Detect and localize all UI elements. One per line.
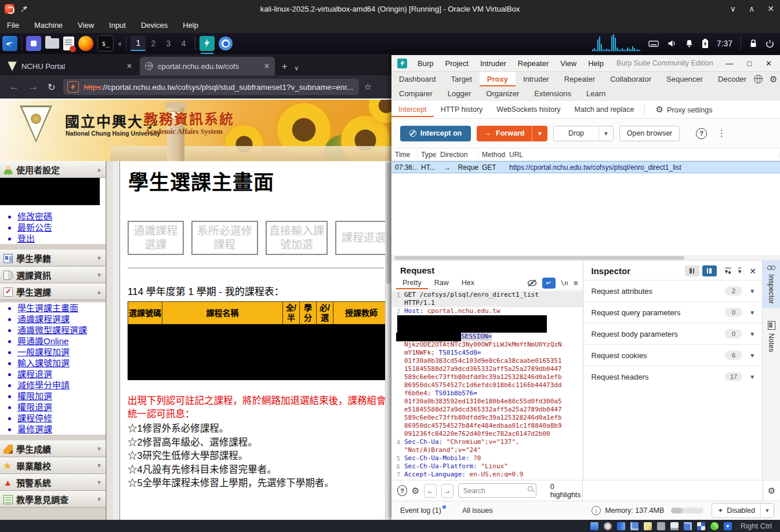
proxy-subtab-websockets-history[interactable]: WebSockets history — [489, 102, 567, 117]
burp-minimize-icon[interactable]: — — [725, 59, 733, 68]
burp-tab-intruder[interactable]: Intruder — [516, 72, 557, 86]
workspace-2[interactable]: 2 — [146, 36, 161, 51]
enter-course-no-button[interactable]: 直接輸入課號加選 — [266, 221, 328, 255]
sidebar-section-course-selection[interactable]: 學生選課 ▲ — [0, 283, 106, 300]
sidebar-section-grades[interactable]: 學生成績 ▼ — [0, 440, 106, 457]
vbox-menu-item[interactable]: Input — [109, 21, 126, 30]
hide-icon[interactable] — [527, 279, 537, 287]
close-icon[interactable]: ✕ — [767, 4, 774, 13]
intercepted-request-row[interactable]: 07:36:... HT... → Request GET https://cp… — [391, 161, 780, 173]
new-tab-button[interactable]: + — [282, 61, 287, 72]
browser-tab-nchu-portal[interactable]: NCHU Portal ✕ — [2, 57, 137, 75]
back-icon[interactable]: ← — [9, 81, 19, 93]
pin-icon[interactable] — [20, 5, 28, 13]
sidebar-link[interactable]: 暑修選課 — [17, 424, 106, 435]
terminal-dropdown-icon[interactable]: ∨ — [118, 41, 122, 47]
reload-icon[interactable]: ↻ — [48, 82, 55, 93]
burp-taskbar-icon[interactable] — [199, 36, 215, 51]
burp-tab-collaborator[interactable]: Collaborator — [603, 72, 659, 86]
sidebar-section-graduation[interactable]: ★ 畢業離校 ▼ — [0, 457, 106, 474]
optical-disc-icon[interactable] — [604, 522, 612, 530]
burp-menu-view[interactable]: View — [560, 59, 576, 68]
burp-tab-learn[interactable]: Learn — [579, 86, 613, 101]
url-bar[interactable]: https://cportal.nchu.edu.tw/cofsys/plsql… — [63, 79, 359, 95]
sidebar-link[interactable]: 通識課程選課 — [17, 314, 106, 325]
burp-menu-help[interactable]: Help — [588, 59, 604, 68]
burp-tab-target[interactable]: Target — [444, 72, 480, 86]
maximize-icon[interactable]: ∧ — [749, 4, 754, 13]
burp-menu-repeater[interactable]: Repeater — [518, 59, 549, 68]
inspector-section-request-headers[interactable]: Request headers17▼ — [583, 366, 763, 387]
drop-course-button[interactable]: 課程退選 — [335, 221, 391, 255]
burp-proxy-badge-icon[interactable] — [67, 81, 79, 93]
terminal-icon[interactable]: $_ — [97, 35, 114, 52]
burp-tab-logger[interactable]: Logger — [440, 86, 478, 101]
col-type[interactable]: Type — [418, 151, 437, 159]
audio-icon[interactable] — [617, 522, 625, 530]
proxy-subtab-intercept[interactable]: Intercept — [391, 102, 434, 117]
sidebar-section-student-records[interactable]: 學生學籍 ▼ — [0, 250, 106, 267]
horizontal-scrollbar[interactable] — [391, 255, 780, 260]
burp-tab-organizer[interactable]: Organizer — [478, 86, 527, 101]
drop-button[interactable]: Drop ▼ — [553, 126, 614, 141]
usb-icon[interactable] — [657, 522, 665, 530]
chromium-icon[interactable] — [219, 37, 233, 50]
settings-gear-icon[interactable]: ⚙ — [770, 74, 777, 85]
text-editor-icon[interactable] — [63, 37, 74, 50]
burp-menu-burp[interactable]: Burp — [418, 59, 433, 68]
firefox-icon[interactable] — [78, 36, 93, 51]
sidebar-link[interactable]: 通識微型課程選課 — [17, 325, 106, 336]
volume-icon[interactable] — [667, 39, 677, 48]
list-tabs-icon[interactable]: ∨ — [294, 64, 299, 72]
hdd-icon[interactable] — [590, 522, 598, 530]
drop-dropdown-icon[interactable]: ▼ — [598, 126, 613, 141]
notifications-bell-icon[interactable] — [685, 39, 694, 48]
vbox-menu-item[interactable]: Machine — [34, 21, 63, 30]
file-manager-icon[interactable] — [45, 38, 59, 49]
workspace-3[interactable]: 3 — [161, 36, 176, 51]
collaborator-globe-icon[interactable] — [754, 75, 763, 83]
sidebar-link[interactable]: 權限退選 — [17, 402, 106, 413]
forward-dropdown-icon[interactable]: ▼ — [532, 126, 547, 141]
clock[interactable]: 7:37 — [717, 39, 732, 48]
burp-menu-intruder[interactable]: Intruder — [480, 59, 506, 68]
windows-icon[interactable] — [630, 522, 638, 530]
request-tab-hex[interactable]: Hex — [455, 276, 481, 289]
sidebar-link[interactable]: 登出 — [17, 233, 106, 244]
intercept-toggle-button[interactable]: Intercept on — [400, 126, 471, 141]
burp-maximize-icon[interactable]: □ — [747, 59, 752, 68]
collapse-all-icon[interactable]: ▾ — [738, 268, 742, 274]
general-edu-select-button[interactable]: 通識課程選課 — [128, 221, 184, 255]
vbox-menu-item[interactable]: Devices — [141, 21, 168, 30]
ai-status-button[interactable]: ✦Disabled ▼ — [712, 503, 774, 518]
inspector-layout-toggle-icon[interactable] — [685, 265, 699, 276]
bookmark-star-icon[interactable]: ☆ — [364, 82, 371, 92]
ai-dropdown-icon[interactable]: ▼ — [760, 504, 774, 518]
event-log-button[interactable]: Event log (1) — [400, 507, 441, 515]
minimize-icon[interactable]: ∨ — [730, 4, 736, 13]
sidebar-link[interactable]: 最新公告 — [17, 222, 106, 233]
lock-screen-icon[interactable] — [749, 39, 757, 48]
burp-menu-project[interactable]: Project — [445, 59, 468, 68]
inspector-section-request-body-parameters[interactable]: Request body parameters0▼ — [583, 323, 763, 344]
burp-tab-sequencer[interactable]: Sequencer — [659, 72, 710, 86]
search-input[interactable]: Search — [458, 483, 536, 498]
sidebar-link[interactable]: 學生選課主畫面 — [17, 303, 106, 314]
forward-icon[interactable]: → — [28, 81, 38, 93]
dept-required-button[interactable]: 系所必選修課程 — [191, 221, 258, 255]
sidebar-link[interactable]: 興通識Online — [17, 336, 106, 347]
word-wrap-icon[interactable]: ↵ — [542, 278, 556, 289]
sidebar-section-teaching-survey[interactable]: 教學意見調查 ▼ — [0, 491, 106, 508]
more-options-icon[interactable]: ⋮ — [717, 128, 727, 139]
vbox-menu-item[interactable]: File — [7, 21, 19, 30]
inspector-section-request-query-parameters[interactable]: Request query parameters0▼ — [583, 301, 763, 323]
editor-menu-icon[interactable]: ≡ — [574, 279, 578, 287]
kali-menu-icon[interactable] — [2, 36, 17, 51]
keyboard-indicator-icon[interactable] — [648, 39, 659, 48]
inspector-section-request-attributes[interactable]: Request attributes2▼ — [583, 280, 763, 301]
notes-strip-tab[interactable]: Notes — [763, 316, 780, 357]
browser-tab-cportal[interactable]: cportal.nchu.edu.tw/cofs ✕ — [140, 57, 275, 75]
burp-tab-extensions[interactable]: Extensions — [527, 86, 579, 101]
forward-button[interactable]: →Forward ▼ — [477, 126, 547, 141]
shared-clipboard-icon[interactable] — [684, 522, 692, 530]
